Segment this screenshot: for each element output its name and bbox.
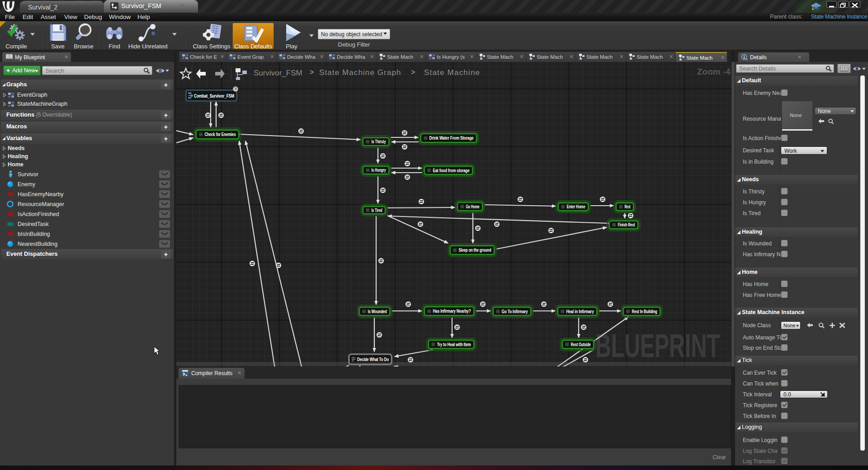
svg-text:Has Infirmary Nearby?: Has Infirmary Nearby? [433,308,471,314]
svg-text:Rest: Rest [625,204,631,209]
svg-text:Is Wounded: Is Wounded [368,309,387,314]
svg-text:Finish Rest: Finish Rest [618,222,635,227]
svg-text:Go Home: Go Home [466,204,480,209]
svg-text:Is Hungry: Is Hungry [372,167,386,173]
svg-text:Sleep on the ground: Sleep on the ground [459,247,491,253]
svg-text:Check for Enemies: Check for Enemies [205,132,236,137]
svg-text:Is Thirsty: Is Thirsty [372,139,386,144]
svg-text:Decide What To Do: Decide What To Do [357,357,389,362]
svg-text:Rest In Building: Rest In Building [632,309,657,314]
svg-text:BLUEPRINT: BLUEPRINT [595,327,720,364]
svg-text:Eat food from storage: Eat food from storage [433,168,470,173]
svg-text:Rest Outside: Rest Outside [571,342,591,347]
svg-text:Try to Heal with Item: Try to Heal with Item [437,342,471,347]
svg-text:Combat_Survivor_FSM: Combat_Survivor_FSM [194,93,234,99]
svg-text:Heal in Infirmary: Heal in Infirmary [566,309,594,314]
svg-text:Is Tired: Is Tired [372,207,382,213]
svg-text:Enter Home: Enter Home [567,204,585,209]
svg-text:Go To Infirmary: Go To Infirmary [502,309,528,314]
svg-text:Drink Water From Storage: Drink Water From Storage [429,135,474,141]
